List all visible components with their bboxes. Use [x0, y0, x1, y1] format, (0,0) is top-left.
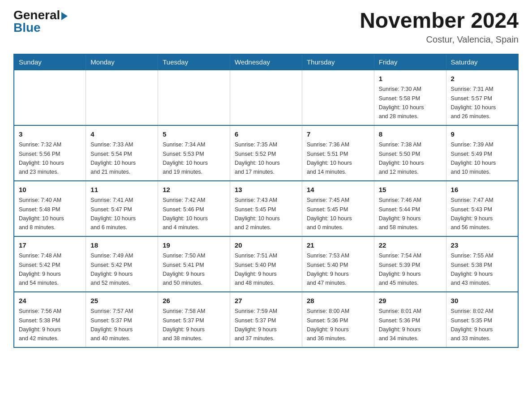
day-number: 13: [235, 185, 297, 195]
calendar-cell: 17Sunrise: 7:48 AM Sunset: 5:42 PM Dayli…: [14, 236, 86, 292]
day-number: 21: [307, 240, 369, 251]
day-number: 24: [19, 296, 81, 306]
weekday-header-monday: Monday: [86, 54, 158, 70]
title-area: November 2024 Costur, Valencia, Spain: [360, 9, 519, 45]
day-number: 17: [19, 240, 81, 251]
weekday-header-saturday: Saturday: [446, 54, 518, 70]
day-info: Sunrise: 7:51 AM Sunset: 5:40 PM Dayligh…: [235, 253, 277, 286]
day-info: Sunrise: 8:00 AM Sunset: 5:36 PM Dayligh…: [307, 308, 349, 342]
calendar-cell: [158, 70, 230, 125]
calendar-cell: 9Sunrise: 7:39 AM Sunset: 5:49 PM Daylig…: [446, 125, 518, 181]
day-number: 25: [90, 296, 153, 306]
day-number: 11: [90, 185, 153, 195]
day-number: 8: [379, 129, 442, 140]
calendar-cell: 22Sunrise: 7:54 AM Sunset: 5:39 PM Dayli…: [374, 236, 446, 292]
day-number: 18: [90, 240, 153, 251]
day-info: Sunrise: 7:43 AM Sunset: 5:45 PM Dayligh…: [235, 197, 280, 231]
calendar-cell: 25Sunrise: 7:57 AM Sunset: 5:37 PM Dayli…: [86, 292, 158, 347]
day-info: Sunrise: 7:56 AM Sunset: 5:38 PM Dayligh…: [19, 308, 61, 342]
day-info: Sunrise: 7:47 AM Sunset: 5:43 PM Dayligh…: [451, 197, 493, 231]
day-number: 7: [307, 129, 369, 140]
day-number: 20: [235, 240, 297, 251]
day-info: Sunrise: 7:55 AM Sunset: 5:38 PM Dayligh…: [451, 253, 493, 286]
day-info: Sunrise: 7:58 AM Sunset: 5:37 PM Dayligh…: [163, 308, 205, 342]
calendar-cell: 19Sunrise: 7:50 AM Sunset: 5:41 PM Dayli…: [158, 236, 230, 292]
day-number: 22: [379, 240, 442, 251]
calendar-cell: 20Sunrise: 7:51 AM Sunset: 5:40 PM Dayli…: [230, 236, 302, 292]
weekday-header-thursday: Thursday: [302, 54, 374, 70]
calendar-cell: 15Sunrise: 7:46 AM Sunset: 5:44 PM Dayli…: [374, 181, 446, 236]
day-number: 4: [90, 129, 153, 140]
calendar-cell: 16Sunrise: 7:47 AM Sunset: 5:43 PM Dayli…: [446, 181, 518, 236]
calendar-cell: 23Sunrise: 7:55 AM Sunset: 5:38 PM Dayli…: [446, 236, 518, 292]
location: Costur, Valencia, Spain: [360, 34, 519, 45]
calendar-week-5: 24Sunrise: 7:56 AM Sunset: 5:38 PM Dayli…: [14, 292, 518, 347]
day-number: 30: [451, 296, 513, 306]
day-info: Sunrise: 7:32 AM Sunset: 5:56 PM Dayligh…: [19, 141, 64, 175]
calendar-cell: [302, 70, 374, 125]
day-info: Sunrise: 7:57 AM Sunset: 5:37 PM Dayligh…: [90, 308, 133, 342]
calendar-week-4: 17Sunrise: 7:48 AM Sunset: 5:42 PM Dayli…: [14, 236, 518, 292]
logo-general-text: General: [13, 9, 68, 21]
calendar-cell: 2Sunrise: 7:31 AM Sunset: 5:57 PM Daylig…: [446, 70, 518, 125]
page-header: General Blue November 2024 Costur, Valen…: [13, 9, 519, 45]
day-number: 19: [163, 240, 225, 251]
day-info: Sunrise: 7:50 AM Sunset: 5:41 PM Dayligh…: [163, 253, 205, 286]
day-number: 5: [163, 129, 225, 140]
day-number: 29: [379, 296, 442, 306]
calendar-body: 1Sunrise: 7:30 AM Sunset: 5:58 PM Daylig…: [14, 70, 518, 347]
day-info: Sunrise: 7:39 AM Sunset: 5:49 PM Dayligh…: [451, 141, 496, 175]
day-info: Sunrise: 7:46 AM Sunset: 5:44 PM Dayligh…: [379, 197, 421, 231]
calendar-cell: [230, 70, 302, 125]
day-info: Sunrise: 7:59 AM Sunset: 5:37 PM Dayligh…: [235, 308, 277, 342]
calendar-cell: 21Sunrise: 7:53 AM Sunset: 5:40 PM Dayli…: [302, 236, 374, 292]
calendar-cell: 27Sunrise: 7:59 AM Sunset: 5:37 PM Dayli…: [230, 292, 302, 347]
day-number: 15: [379, 185, 442, 195]
calendar-cell: 24Sunrise: 7:56 AM Sunset: 5:38 PM Dayli…: [14, 292, 86, 347]
calendar-cell: [86, 70, 158, 125]
day-info: Sunrise: 7:35 AM Sunset: 5:52 PM Dayligh…: [235, 141, 280, 175]
day-info: Sunrise: 7:48 AM Sunset: 5:42 PM Dayligh…: [19, 253, 61, 286]
calendar-cell: 14Sunrise: 7:45 AM Sunset: 5:45 PM Dayli…: [302, 181, 374, 236]
day-number: 1: [379, 74, 442, 84]
day-info: Sunrise: 7:31 AM Sunset: 5:57 PM Dayligh…: [451, 86, 496, 120]
day-info: Sunrise: 7:33 AM Sunset: 5:54 PM Dayligh…: [90, 141, 136, 175]
calendar-week-1: 1Sunrise: 7:30 AM Sunset: 5:58 PM Daylig…: [14, 70, 518, 125]
calendar-cell: 6Sunrise: 7:35 AM Sunset: 5:52 PM Daylig…: [230, 125, 302, 181]
weekday-header-friday: Friday: [374, 54, 446, 70]
calendar-cell: 26Sunrise: 7:58 AM Sunset: 5:37 PM Dayli…: [158, 292, 230, 347]
month-title: November 2024: [360, 9, 519, 33]
weekday-header-wednesday: Wednesday: [230, 54, 302, 70]
day-info: Sunrise: 7:49 AM Sunset: 5:42 PM Dayligh…: [90, 253, 133, 286]
day-number: 26: [163, 296, 225, 306]
calendar-header: SundayMondayTuesdayWednesdayThursdayFrid…: [14, 54, 518, 70]
calendar-cell: 8Sunrise: 7:38 AM Sunset: 5:50 PM Daylig…: [374, 125, 446, 181]
calendar-cell: 3Sunrise: 7:32 AM Sunset: 5:56 PM Daylig…: [14, 125, 86, 181]
calendar-cell: 18Sunrise: 7:49 AM Sunset: 5:42 PM Dayli…: [86, 236, 158, 292]
day-number: 14: [307, 185, 369, 195]
day-number: 10: [19, 185, 81, 195]
calendar-cell: 30Sunrise: 8:02 AM Sunset: 5:35 PM Dayli…: [446, 292, 518, 347]
day-number: 16: [451, 185, 513, 195]
day-number: 28: [307, 296, 369, 306]
calendar-cell: 11Sunrise: 7:41 AM Sunset: 5:47 PM Dayli…: [86, 181, 158, 236]
calendar-cell: [14, 70, 86, 125]
calendar-cell: 29Sunrise: 8:01 AM Sunset: 5:36 PM Dayli…: [374, 292, 446, 347]
day-info: Sunrise: 7:54 AM Sunset: 5:39 PM Dayligh…: [379, 253, 421, 286]
day-info: Sunrise: 7:36 AM Sunset: 5:51 PM Dayligh…: [307, 141, 352, 175]
calendar-cell: 10Sunrise: 7:40 AM Sunset: 5:48 PM Dayli…: [14, 181, 86, 236]
weekday-row: SundayMondayTuesdayWednesdayThursdayFrid…: [14, 54, 518, 70]
day-number: 23: [451, 240, 513, 251]
calendar-week-2: 3Sunrise: 7:32 AM Sunset: 5:56 PM Daylig…: [14, 125, 518, 181]
day-info: Sunrise: 8:02 AM Sunset: 5:35 PM Dayligh…: [451, 308, 493, 342]
day-info: Sunrise: 8:01 AM Sunset: 5:36 PM Dayligh…: [379, 308, 421, 342]
day-info: Sunrise: 7:30 AM Sunset: 5:58 PM Dayligh…: [379, 86, 424, 120]
day-info: Sunrise: 7:34 AM Sunset: 5:53 PM Dayligh…: [163, 141, 208, 175]
calendar-cell: 28Sunrise: 8:00 AM Sunset: 5:36 PM Dayli…: [302, 292, 374, 347]
calendar-week-3: 10Sunrise: 7:40 AM Sunset: 5:48 PM Dayli…: [14, 181, 518, 236]
day-info: Sunrise: 7:38 AM Sunset: 5:50 PM Dayligh…: [379, 141, 424, 175]
day-info: Sunrise: 7:53 AM Sunset: 5:40 PM Dayligh…: [307, 253, 349, 286]
day-number: 3: [19, 129, 81, 140]
calendar-table: SundayMondayTuesdayWednesdayThursdayFrid…: [13, 54, 519, 348]
logo: General Blue: [13, 9, 68, 34]
